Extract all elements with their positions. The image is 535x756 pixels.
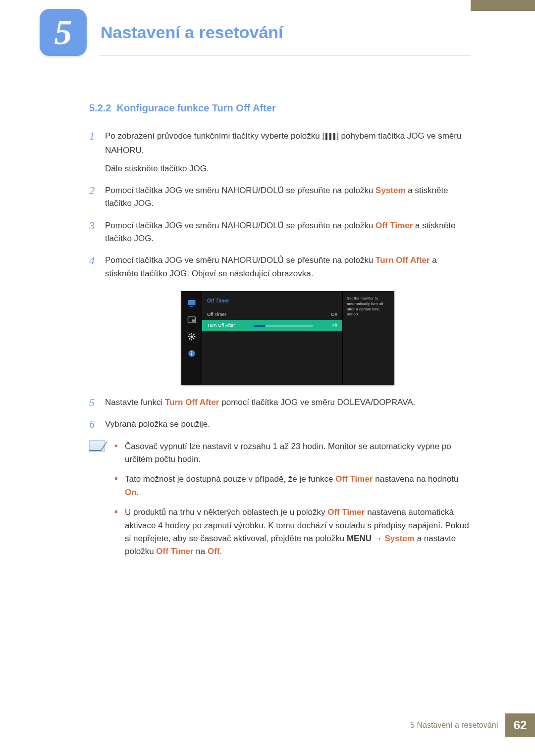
osd-sidebar (181, 291, 202, 385)
osd-value: On (331, 311, 337, 318)
menu-icon (324, 131, 336, 144)
step-text: Dále stiskněte tlačítko JOG. (105, 164, 209, 173)
step-accent: Turn Off After (165, 398, 219, 407)
content: 5.2.2 Konfigurace funkce Turn Off After … (0, 101, 535, 565)
note-block: Časovač vypnutí lze nastavit v rozsahu 1… (89, 440, 471, 565)
step-3: 3 Pomocí tlačítka JOG ve směru NAHORU/DO… (89, 219, 471, 246)
note-accent: Off Timer (327, 507, 365, 517)
osd-row-turn-off-after: Turn Off After 4h (202, 320, 342, 331)
svg-rect-0 (188, 300, 195, 305)
step-4: 4 Pomocí tlačítka JOG ve směru NAHORU/DO… (89, 254, 471, 385)
note-accent: System (384, 534, 414, 543)
step-text: Pomocí tlačítka JOG ve směru NAHORU/DOLŮ… (105, 221, 375, 230)
picture-icon (187, 298, 197, 308)
svg-rect-3 (192, 319, 195, 322)
step-text: Vybraná položka se použije. (105, 419, 210, 429)
step-1: 1 Po zobrazení průvodce funkčními tlačít… (89, 130, 471, 175)
note-item: U produktů na trhu v některých oblastech… (115, 506, 471, 558)
step-accent: Off Timer (375, 221, 413, 230)
chapter-number-box: 5 (40, 9, 87, 56)
step-number: 5 (89, 394, 95, 411)
steps-list: 1 Po zobrazení průvodce funkčními tlačít… (89, 130, 471, 431)
osd-slider (254, 325, 313, 327)
osd-main: Off Timer Off Timer On Turn Off After 4h (202, 291, 394, 385)
section-heading: 5.2.2 Konfigurace funkce Turn Off After (89, 101, 471, 116)
section-number: 5.2.2 (89, 102, 111, 113)
note-text: nastavena na hodnotu (373, 474, 459, 484)
header-divider (99, 55, 471, 56)
osd-value: 4h (332, 322, 337, 329)
step-text: Pomocí tlačítka JOG ve směru NAHORU/DOLŮ… (105, 186, 375, 195)
osd-row-off-timer: Off Timer On (202, 309, 342, 320)
step-text: pomocí tlačítka JOG ve směru DOLEVA/DOPR… (219, 398, 416, 407)
step-text: Po zobrazení průvodce funkčními tlačítky… (105, 131, 324, 141)
osd-label: Turn Off After (207, 322, 235, 329)
step-number: 6 (89, 416, 95, 433)
note-bold: MENU (347, 534, 372, 543)
osd-tip: Set the monitor to automatically turn of… (342, 291, 394, 385)
info-icon (187, 349, 197, 358)
step-number: 2 (89, 182, 95, 199)
step-number: 1 (89, 128, 95, 145)
pip-icon (187, 315, 197, 325)
step-2: 2 Pomocí tlačítka JOG ve směru NAHORU/DO… (89, 184, 471, 210)
step-text: Pomocí tlačítka JOG ve směru NAHORU/DOLŮ… (105, 255, 375, 265)
svg-point-4 (190, 335, 193, 338)
osd-panel: Off Timer Off Timer On Turn Off After 4h (181, 291, 394, 385)
osd-menu: Off Timer Off Timer On Turn Off After 4h (202, 291, 342, 385)
page-footer: 5 Nastavení a resetování 62 (410, 713, 535, 737)
osd-screenshot: Off Timer Off Timer On Turn Off After 4h (105, 291, 471, 385)
svg-line-9 (189, 334, 190, 335)
note-list: Časovač vypnutí lze nastavit v rozsahu 1… (115, 440, 471, 565)
svg-rect-14 (191, 353, 192, 355)
osd-label: Off Timer (207, 311, 226, 318)
gear-icon (187, 332, 197, 342)
note-item: Časovač vypnutí lze nastavit v rozsahu 1… (115, 440, 471, 466)
step-accent: System (375, 186, 405, 195)
note-text: . (220, 547, 222, 556)
step-number: 3 (89, 217, 95, 234)
svg-rect-1 (190, 306, 193, 307)
note-icon (89, 440, 105, 452)
page-header: 5 Nastavení a resetování (0, 0, 535, 56)
note-text: Tato možnost je dostupná pouze v případě… (125, 474, 335, 484)
svg-line-11 (189, 338, 190, 339)
osd-title: Off Timer (202, 296, 342, 309)
step-accent: Turn Off After (375, 255, 430, 265)
note-text: U produktů na trhu v některých oblastech… (125, 507, 327, 517)
top-stripe (471, 0, 535, 11)
step-5: 5 Nastavte funkci Turn Off After pomocí … (89, 396, 471, 409)
note-accent: Off (208, 547, 220, 556)
note-text: . (137, 488, 139, 497)
section-title: Konfigurace funkce Turn Off After (117, 102, 276, 113)
note-accent: On (125, 488, 137, 497)
step-6: 6 Vybraná položka se použije. (89, 418, 471, 431)
svg-line-10 (193, 338, 194, 339)
note-accent: Off Timer (156, 547, 193, 556)
svg-line-12 (193, 334, 194, 335)
svg-rect-15 (191, 352, 192, 353)
chapter-title: Nastavení a resetování (101, 23, 283, 42)
step-number: 4 (89, 252, 95, 269)
note-accent: Off Timer (335, 474, 373, 484)
arrow-icon: → (374, 534, 382, 543)
step-text: Nastavte funkci (105, 398, 165, 407)
note-item: Tato možnost je dostupná pouze v případě… (115, 473, 471, 499)
footer-page-number: 62 (505, 713, 535, 737)
footer-running-title: 5 Nastavení a resetování (410, 721, 498, 730)
note-text: na (194, 547, 208, 556)
